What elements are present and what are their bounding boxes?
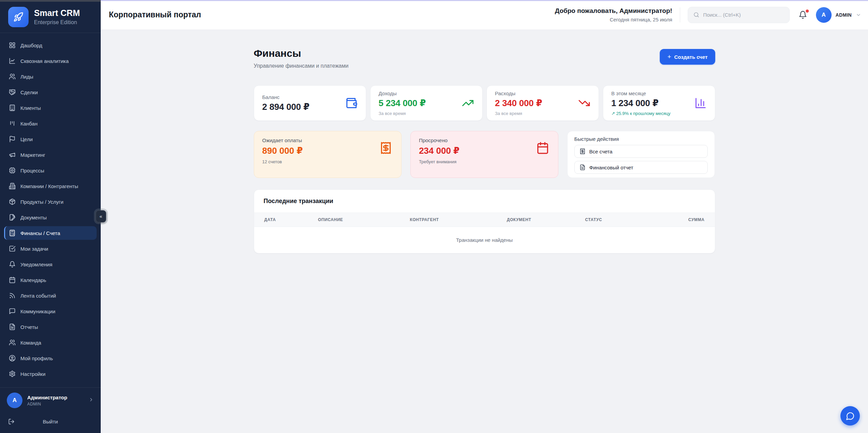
package-icon bbox=[9, 198, 16, 205]
current-date: Сегодня пятница, 25 июля bbox=[555, 17, 672, 22]
chat-widget-button[interactable] bbox=[840, 406, 860, 426]
sidebar-item-products[interactable]: Продукты / Услуги bbox=[4, 195, 97, 209]
notification-badge bbox=[806, 10, 809, 13]
quick-actions-card: Быстрые действия Все счета Финансовый от… bbox=[567, 131, 715, 178]
message-square-icon bbox=[9, 308, 16, 315]
sidebar-item-clients[interactable]: Клиенты bbox=[4, 101, 97, 115]
flag-icon bbox=[9, 136, 16, 143]
sidebar-item-processes[interactable]: Процессы bbox=[4, 164, 97, 177]
page-title-header: Корпоративный портал bbox=[109, 10, 201, 19]
user-menu[interactable]: A ADMIN bbox=[816, 7, 861, 23]
stat-value: 5 234 000 ₽ bbox=[379, 98, 426, 109]
search-icon bbox=[693, 12, 699, 18]
receipt-icon bbox=[379, 141, 392, 154]
sidebar-item-calendar[interactable]: Календарь bbox=[4, 273, 97, 287]
user-name: Администратор bbox=[27, 395, 67, 400]
rocket-icon bbox=[13, 12, 23, 22]
user-label: ADMIN bbox=[836, 12, 852, 18]
column-status: СТАТУС bbox=[585, 217, 664, 222]
sidebar-item-team[interactable]: Команда bbox=[4, 336, 97, 349]
logout-button[interactable]: Выйти bbox=[0, 413, 101, 433]
line-chart-icon bbox=[9, 57, 16, 64]
bell-icon bbox=[9, 261, 16, 268]
quick-actions-title: Быстрые действия bbox=[574, 136, 708, 142]
user-circle-icon bbox=[9, 355, 16, 362]
stat-label: В этом месяце bbox=[611, 90, 671, 96]
kanban-icon bbox=[9, 120, 16, 127]
transactions-empty-state: Транзакции не найдены bbox=[254, 227, 715, 253]
sidebar: Smart CRM Enterprise Edition Дашборд Скв… bbox=[0, 0, 101, 433]
app-logo bbox=[8, 7, 29, 27]
user-role: ADMIN bbox=[27, 402, 67, 406]
alert-label: Просрочено bbox=[419, 137, 550, 143]
sidebar-nav: Дашборд Сквозная аналитика Лиды Сделки К… bbox=[0, 33, 101, 387]
stat-card-expenses: Расходы 2 340 000 ₽ За все время bbox=[487, 85, 599, 121]
logout-icon bbox=[8, 418, 15, 425]
sidebar-item-reports[interactable]: Отчеты bbox=[4, 320, 97, 334]
transactions-table-header: ДАТА ОПИСАНИЕ КОНТРАГЕНТ ДОКУМЕНТ СТАТУС… bbox=[254, 213, 715, 227]
avatar: A bbox=[816, 7, 832, 23]
sidebar-item-communications[interactable]: Коммуникации bbox=[4, 304, 97, 318]
trending-down-icon bbox=[578, 97, 590, 109]
sidebar-item-dashboard[interactable]: Дашборд bbox=[4, 38, 97, 52]
sidebar-user-card[interactable]: A Администратор ADMIN bbox=[0, 387, 101, 413]
sidebar-item-documents[interactable]: Документы bbox=[4, 211, 97, 224]
column-counterparty: КОНТРАГЕНТ bbox=[410, 217, 507, 222]
wallet-icon bbox=[345, 97, 358, 109]
create-invoice-button[interactable]: + Создать счет bbox=[660, 49, 715, 65]
sidebar-item-goals[interactable]: Цели bbox=[4, 132, 97, 146]
stat-subtext: За все время bbox=[379, 111, 426, 116]
users-icon bbox=[9, 73, 16, 80]
page-title: Финансы bbox=[254, 48, 349, 59]
sidebar-item-kanban[interactable]: Канбан bbox=[4, 117, 97, 130]
handshake-icon bbox=[9, 89, 16, 96]
sidebar-item-marketing[interactable]: Маркетинг bbox=[4, 148, 97, 162]
plus-icon: + bbox=[667, 53, 671, 61]
sidebar-item-my-profile[interactable]: Мой профиль bbox=[4, 351, 97, 365]
alert-value: 234 000 ₽ bbox=[419, 146, 550, 156]
alert-subtext: Требует внимания bbox=[419, 159, 550, 164]
sidebar-item-activity-feed[interactable]: Лента событий bbox=[4, 289, 97, 302]
sidebar-item-finances[interactable]: Финансы / Счета bbox=[4, 226, 97, 240]
check-square-icon bbox=[9, 245, 16, 252]
rss-icon bbox=[9, 292, 16, 299]
sidebar-collapse-button[interactable]: « bbox=[96, 210, 106, 222]
column-description: ОПИСАНИЕ bbox=[318, 217, 410, 222]
page-subtitle: Управление финансами и платежами bbox=[254, 63, 349, 69]
top-header: Корпоративный портал Добро пожаловать, А… bbox=[101, 0, 868, 30]
welcome-message: Добро пожаловать, Администратор! bbox=[555, 7, 672, 15]
app-edition: Enterprise Edition bbox=[34, 19, 80, 26]
transactions-title: Последние транзакции bbox=[254, 190, 715, 213]
sidebar-item-settings[interactable]: Настройки bbox=[4, 367, 97, 381]
file-pen-icon bbox=[9, 214, 16, 221]
file-text-icon bbox=[9, 323, 16, 330]
global-search[interactable] bbox=[688, 7, 790, 23]
sidebar-item-analytics[interactable]: Сквозная аналитика bbox=[4, 54, 97, 68]
sidebar-item-notifications[interactable]: Уведомления bbox=[4, 257, 97, 271]
notifications-button[interactable] bbox=[799, 11, 807, 19]
financial-report-button[interactable]: Финансовый отчет bbox=[574, 161, 708, 174]
stat-label: Баланс bbox=[262, 94, 310, 100]
app-logo-section: Smart CRM Enterprise Edition bbox=[0, 0, 101, 33]
stat-card-income: Доходы 5 234 000 ₽ За все время bbox=[370, 85, 482, 121]
stat-cards-row: Баланс 2 894 000 ₽ Доходы 5 234 000 ₽ За… bbox=[254, 85, 715, 121]
dashboard-grid-icon bbox=[9, 42, 16, 49]
pending-payments-card: Ожидает оплаты 890 000 ₽ 12 счетов bbox=[254, 131, 402, 178]
alerts-row: Ожидает оплаты 890 000 ₽ 12 счетов Проср… bbox=[254, 131, 715, 178]
stat-card-balance: Баланс 2 894 000 ₽ bbox=[254, 85, 366, 121]
sidebar-item-deals[interactable]: Сделки bbox=[4, 85, 97, 99]
avatar: A bbox=[7, 393, 22, 408]
sidebar-item-leads[interactable]: Лиды bbox=[4, 70, 97, 83]
chevron-down-icon bbox=[856, 12, 861, 18]
sidebar-item-companies[interactable]: Компании / Контрагенты bbox=[4, 179, 97, 193]
stat-card-this-month: В этом месяце 1 234 000 ₽ ↗ 25.9% к прош… bbox=[603, 85, 715, 121]
cpu-icon bbox=[9, 167, 16, 174]
all-invoices-button[interactable]: Все счета bbox=[574, 145, 708, 158]
sidebar-item-my-tasks[interactable]: Мои задачи bbox=[4, 242, 97, 255]
search-input[interactable] bbox=[703, 12, 784, 18]
app-name: Smart CRM bbox=[34, 9, 80, 18]
receipt-icon bbox=[579, 148, 586, 154]
alert-subtext: 12 счетов bbox=[262, 159, 393, 164]
column-date: ДАТА bbox=[264, 217, 318, 222]
transactions-card: Последние транзакции ДАТА ОПИСАНИЕ КОНТР… bbox=[254, 189, 715, 253]
